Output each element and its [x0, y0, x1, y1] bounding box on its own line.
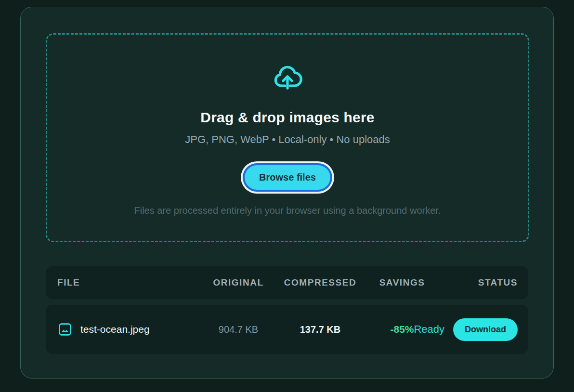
dropzone-title: Drag & drop images here: [200, 109, 374, 126]
column-header-compressed: COMPRESSED: [277, 277, 364, 288]
dropzone-subtitle: JPG, PNG, WebP • Local-only • No uploads: [185, 133, 390, 146]
download-button[interactable]: Download: [453, 318, 518, 341]
column-header-status: STATUS: [441, 277, 518, 288]
column-header-savings: SAVINGS: [364, 277, 441, 288]
app-card: Drag & drop images here JPG, PNG, WebP •…: [20, 7, 554, 379]
table-header-row: FILE ORIGINAL COMPRESSED SAVINGS STATUS: [46, 266, 528, 299]
results-table: FILE ORIGINAL COMPRESSED SAVINGS STATUS …: [46, 266, 528, 354]
compressed-size: 137.7 KB: [277, 324, 364, 335]
file-cell: test-ocean.jpeg: [57, 322, 200, 337]
page-background: Drag & drop images here JPG, PNG, WebP •…: [0, 0, 574, 392]
table-row: test-ocean.jpeg 904.7 KB 137.7 KB -85% R…: [46, 305, 528, 354]
original-size: 904.7 KB: [200, 324, 277, 335]
column-header-original: ORIGINAL: [200, 277, 277, 288]
image-icon: [57, 322, 73, 337]
status-text: Ready: [414, 323, 444, 336]
browse-files-button[interactable]: Browse files: [245, 165, 330, 190]
dropzone-note: Files are processed entirely in your bro…: [134, 205, 441, 216]
status-cell: Ready Download: [441, 318, 518, 341]
file-name: test-ocean.jpeg: [80, 324, 150, 335]
cloud-upload-icon: [273, 62, 302, 92]
dropzone[interactable]: Drag & drop images here JPG, PNG, WebP •…: [46, 33, 529, 242]
column-header-file: FILE: [57, 277, 200, 288]
